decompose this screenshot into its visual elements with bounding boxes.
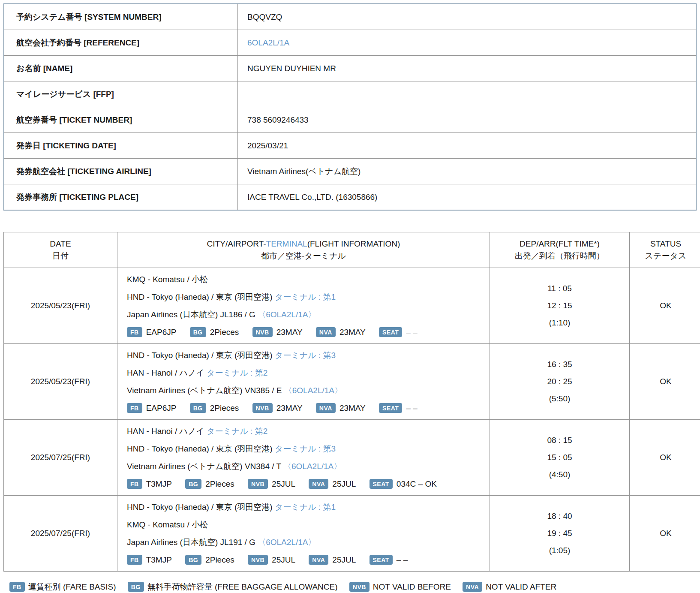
ticket-number-label: 航空券番号 [TICKET NUMBER] (4, 107, 238, 133)
name-label: お名前 [NAME] (4, 56, 238, 81)
bg-badge: BG (128, 582, 144, 592)
nva-badge: NVA (309, 555, 328, 565)
seat-badge: SEAT (379, 403, 402, 413)
flight-duration: (1:10) (490, 314, 629, 331)
fb-legend-text: 運賃種別 (FARE BASIS) (28, 582, 116, 591)
status-header-en: STATUS (650, 239, 681, 248)
arrival-time: 20 : 25 (490, 373, 629, 390)
system-number-value: BQQVZQ (238, 4, 697, 30)
date-header-jp: 日付 (52, 251, 69, 260)
fare-line: FBT3MJP BG2Pieces NVB25JUL NVA25JUL SEAT… (127, 475, 490, 493)
status-value: OK (630, 496, 700, 572)
booking-ref-link[interactable]: 〈6OLA2L/1A〉 (284, 386, 342, 395)
ticketing-place-label: 発券事務所 [TICKETING PLACE] (4, 184, 238, 211)
flight-duration: (1:05) (490, 542, 629, 559)
flight-line: Japan Airlines (日本航空) JL191 / G 〈6OLA2L/… (127, 533, 490, 551)
nva-value: 25JUL (332, 555, 356, 564)
destination-terminal-link[interactable]: ターミナル : 第1 (275, 292, 336, 301)
segment-row-2: 2025/05/23(FRI) HND - Tokyo (Haneda) / 東… (4, 344, 700, 420)
baggage-value: 2Pieces (205, 479, 234, 488)
origin-terminal-link[interactable]: ターミナル : 第3 (275, 351, 336, 360)
bg-badge: BG (190, 403, 206, 413)
system-number-label: 予約システム番号 [SYSTEM NUMBER] (4, 4, 238, 30)
info-row-ticket-number: 航空券番号 [TICKET NUMBER] 738 5609246433 (4, 107, 696, 133)
ffp-value (238, 81, 697, 107)
baggage-value: 2Pieces (210, 403, 239, 412)
origin-city: HND - Tokyo (Haneda) / 東京 (羽田空港) (127, 503, 275, 512)
flight-duration: (5:50) (490, 390, 629, 407)
legend: FB運賃種別 (FARE BASIS) BG無料手荷物許容量 (FREE BAG… (9, 578, 697, 593)
city-header-jp: 都市／空港-ターミナル (261, 251, 346, 260)
fare-basis-value: EAP6JP (146, 403, 177, 412)
departure-time: 18 : 40 (490, 508, 629, 525)
info-row-system-number: 予約システム番号 [SYSTEM NUMBER] BQQVZQ (4, 4, 696, 30)
destination-city: HND - Tokyo (Haneda) / 東京 (羽田空港) (127, 444, 275, 453)
destination-city: HAN - Hanoi / ハノイ (127, 368, 207, 377)
deparr-cell: 11 : 05 12 : 15 (1:10) (490, 268, 630, 344)
segment-date: 2025/07/25(FRI) (4, 496, 117, 572)
segment-row-1: 2025/05/23(FRI) KMQ - Komatsu / 小松 HND -… (4, 268, 700, 344)
bg-badge: BG (190, 327, 206, 337)
destination-terminal-link[interactable]: ターミナル : 第2 (207, 368, 267, 377)
bg-legend-text: 無料手荷物許容量 (FREE BAGGAGE ALLOWANCE) (147, 582, 338, 591)
segment-date: 2025/05/23(FRI) (4, 268, 117, 344)
flight-info: Vietnam Airlines (ベトナム航空) VN384 / T (127, 462, 283, 471)
seat-badge: SEAT (379, 327, 402, 337)
nva-legend-text: NOT VALID AFTER (486, 582, 556, 591)
ticketing-date-label: 発券日 [TICKETING DATE] (4, 133, 238, 159)
flight-line: Japan Airlines (日本航空) JL186 / G 〈6OLA2L/… (127, 306, 490, 323)
nvb-value: 23MAY (276, 403, 303, 412)
info-row-name: お名前 [NAME] NGUYEN DUYHIEN MR (4, 56, 696, 81)
booking-ref-link[interactable]: 〈6OLA2L/1A〉 (258, 310, 316, 319)
origin-terminal-link[interactable]: ターミナル : 第2 (207, 427, 267, 436)
nvb-badge: NVB (252, 403, 273, 413)
seat-value: – – (397, 555, 408, 564)
baggage-value: 2Pieces (205, 555, 234, 564)
nvb-badge: NVB (252, 327, 273, 337)
fare-basis-value: T3MJP (146, 479, 172, 488)
seat-value: 034C – OK (397, 479, 437, 488)
departure-time: 16 : 35 (490, 356, 629, 373)
destination-line: HND - Tokyo (Haneda) / 東京 (羽田空港) ターミナル :… (127, 440, 490, 458)
seat-badge: SEAT (370, 555, 393, 565)
itinerary-table: DATE 日付 CITY/AIRPORT-TERMINAL(FLIGHT INF… (3, 232, 700, 572)
origin-line: KMQ - Komatsu / 小松 (127, 271, 490, 288)
deparr-cell: 16 : 35 20 : 25 (5:50) (490, 344, 630, 420)
reference-link[interactable]: 6OLA2L/1A (247, 38, 289, 47)
departure-time: 08 : 15 (490, 432, 629, 449)
name-value: NGUYEN DUYHIEN MR (238, 56, 697, 81)
ffp-label: マイレージサービス [FFP] (4, 81, 238, 107)
fare-line: FBEAP6JP BG2Pieces NVB23MAY NVA23MAY SEA… (127, 399, 490, 417)
terminal-header-link[interactable]: TERMINAL (266, 239, 307, 248)
origin-line: HND - Tokyo (Haneda) / 東京 (羽田空港) ターミナル :… (127, 346, 490, 364)
destination-terminal-link[interactable]: ターミナル : 第3 (275, 444, 336, 453)
flight-info: Japan Airlines (日本航空) JL191 / G (127, 538, 258, 547)
seat-value: – – (406, 403, 417, 412)
status-column-header: STATUS ステータス (630, 232, 700, 268)
ticketing-date-value: 2025/03/21 (238, 133, 697, 159)
nvb-value: 23MAY (276, 328, 303, 337)
ticketing-airline-value: Vietnam Airlines(ベトナム航空) (238, 159, 697, 184)
destination-city: KMQ - Komatsu / 小松 (127, 520, 208, 529)
fare-basis-value: T3MJP (146, 555, 172, 564)
departure-time: 11 : 05 (490, 280, 629, 297)
origin-terminal-link[interactable]: ターミナル : 第1 (275, 503, 336, 512)
origin-line: HND - Tokyo (Haneda) / 東京 (羽田空港) ターミナル :… (127, 498, 490, 516)
segment-row-3: 2025/07/25(FRI) HAN - Hanoi / ハノイ ターミナル … (4, 420, 700, 496)
deparr-column-header: DEP/ARR(FLT TIME*) 出発／到着（飛行時間） (490, 232, 630, 268)
booking-ref-link[interactable]: 〈6OLA2L/1A〉 (258, 538, 316, 547)
flight-line: Vietnam Airlines (ベトナム航空) VN385 / E 〈6OL… (127, 382, 490, 399)
nva-value: 23MAY (339, 328, 366, 337)
flight-info: Vietnam Airlines (ベトナム航空) VN385 / E (127, 386, 284, 395)
arrival-time: 19 : 45 (490, 525, 629, 542)
info-row-ticketing-place: 発券事務所 [TICKETING PLACE] IACE TRAVEL Co.,… (4, 184, 696, 211)
booking-ref-link[interactable]: 〈6OLA2L/1A〉 (283, 462, 342, 471)
fb-badge: FB (127, 327, 142, 337)
nva-badge: NVA (463, 582, 482, 592)
nva-badge: NVA (309, 479, 328, 489)
status-value: OK (630, 420, 700, 496)
flight-info: Japan Airlines (日本航空) JL186 / G (127, 310, 258, 319)
status-value: OK (630, 344, 700, 420)
deparr-cell: 18 : 40 19 : 45 (1:05) (490, 496, 630, 572)
nva-badge: NVA (316, 403, 336, 413)
